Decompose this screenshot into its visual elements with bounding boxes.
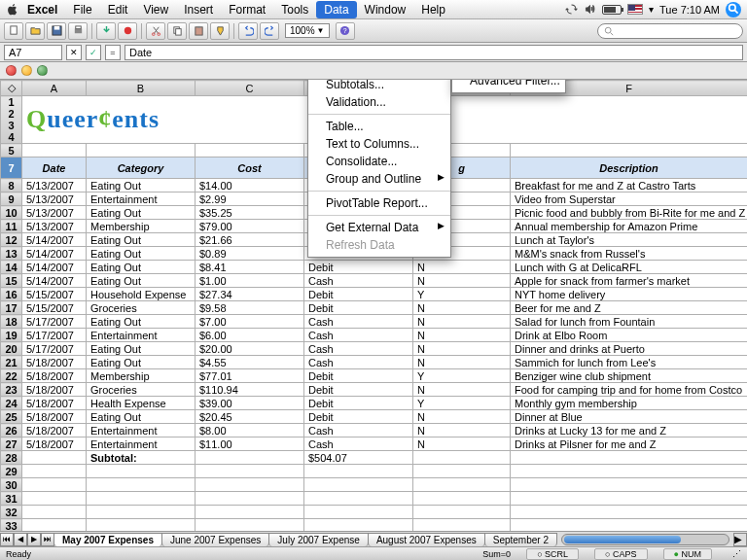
cell[interactable]: Drinks at Lucky 13 for me and Z [511,424,748,438]
cell[interactable]: Cash [304,342,413,356]
cell[interactable]: $8.00 [196,424,304,438]
menu-table[interactable]: Table... [308,118,450,135]
row-header[interactable]: 24 [1,397,22,410]
cell[interactable]: Apple for snack from farmer's market [511,274,748,288]
cell[interactable]: Food for camping trip and for home from … [511,383,748,397]
fx-button[interactable]: = [105,45,121,60]
row-header[interactable]: 28 [1,451,22,465]
menu-tools[interactable]: Tools [273,1,316,18]
export-button[interactable] [118,22,137,40]
cell[interactable]: Salad for lunch from Fountain [511,315,748,329]
cell[interactable]: N [413,342,511,356]
print-button[interactable] [68,22,88,40]
cell[interactable]: Annual membership for Amazon Prime [511,220,748,233]
row-header[interactable]: 16 [1,288,22,301]
spotlight-icon[interactable] [726,2,741,18]
menu-format[interactable]: Format [221,1,273,18]
cell[interactable]: $21.66 [196,233,304,247]
tab-nav-next[interactable]: ▶ [27,533,41,546]
row-header[interactable]: 33 [1,519,22,532]
cell[interactable]: N [413,301,511,315]
row-header[interactable]: 19 [1,329,22,342]
confirm-fx-button[interactable]: ✓ [86,45,101,60]
cell[interactable]: $8.41 [196,261,304,274]
cell[interactable]: $20.45 [196,410,304,424]
col-header-b[interactable]: B [87,81,196,96]
cell[interactable]: 5/18/2007 [22,438,87,451]
menu-group-outline[interactable]: Group and Outline [308,170,450,188]
formula-input[interactable]: Date [124,45,743,60]
cell[interactable]: N [413,356,511,369]
row-header[interactable]: 1234 [1,96,22,144]
header-description[interactable]: Description [511,158,748,179]
cell[interactable]: 5/13/2007 [22,179,87,192]
row-header[interactable]: 11 [1,220,22,233]
cell[interactable]: 5/18/2007 [22,369,87,383]
redo-button[interactable] [260,22,279,40]
cell[interactable]: 5/13/2007 [22,220,87,233]
cell[interactable]: 5/13/2007 [22,192,87,206]
cell[interactable]: 5/18/2007 [22,383,87,397]
format-painter-button[interactable] [210,22,230,40]
row-header[interactable]: 13 [1,247,22,261]
row-header[interactable]: 22 [1,369,22,383]
cell[interactable]: $0.89 [196,247,304,261]
cell[interactable]: N [413,424,511,438]
cell[interactable]: Debit [304,397,413,410]
cell[interactable]: Y [413,369,511,383]
open-button[interactable] [25,22,45,40]
tab-nav-last[interactable]: ⏭ [41,533,54,546]
menu-insert[interactable]: Insert [176,1,221,18]
cell-reference-box[interactable]: A7 [4,45,62,60]
cell[interactable]: $20.00 [196,342,304,356]
cell[interactable]: $39.00 [196,397,304,410]
clock[interactable]: Tue 7:10 AM [659,4,720,16]
subtotal-value[interactable]: $504.07 [304,451,413,465]
row-header[interactable]: 18 [1,315,22,329]
menu-validation[interactable]: Validation... [308,93,450,111]
cell[interactable]: Picnic food and bubbly from Bi-Rite for … [511,206,748,220]
cell[interactable]: Sammich for lunch from Lee's [511,356,748,369]
cell[interactable]: Membership [87,220,196,233]
copy-button[interactable] [167,22,187,40]
cut-button[interactable] [146,22,165,40]
sheet-tab[interactable]: September 2 [484,533,557,546]
menu-edit[interactable]: Edit [100,1,136,18]
cell[interactable]: Lunch with G at DelicaRFL [511,261,748,274]
cell[interactable]: Entertainment [87,424,196,438]
window-zoom-button[interactable] [37,65,48,76]
cell[interactable]: Debit [304,261,413,274]
cell[interactable]: $4.55 [196,356,304,369]
row-header[interactable]: 9 [1,192,22,206]
cell[interactable]: Eating Out [87,247,196,261]
row-header[interactable]: 23 [1,383,22,397]
cell[interactable]: 5/17/2007 [22,342,87,356]
cell[interactable]: Cash [304,274,413,288]
col-header-c[interactable]: C [196,81,304,96]
menu-data[interactable]: Data [316,1,356,18]
row-header[interactable]: 27 [1,438,22,451]
col-header-a[interactable]: A [22,81,87,96]
menu-pivot[interactable]: PivotTable Report... [308,194,450,212]
row-header[interactable]: 15 [1,274,22,288]
cell[interactable]: 5/18/2007 [22,397,87,410]
cell[interactable]: Dinner and drinks at Puerto [511,342,748,356]
header-date[interactable]: Date [22,158,87,179]
cell[interactable]: 5/18/2007 [22,356,87,369]
cell[interactable]: 5/17/2007 [22,315,87,329]
row-header[interactable]: 17 [1,301,22,315]
row-header[interactable]: 10 [1,206,22,220]
tab-nav-first[interactable]: ⏮ [0,533,14,546]
cell[interactable]: $6.00 [196,329,304,342]
row-header[interactable]: 30 [1,478,22,492]
spreadsheet[interactable]: ◇ A B C D E F 1234Queer¢ents57DateCatego… [0,80,747,531]
row-header[interactable]: 7 [1,158,22,179]
cell[interactable]: Cash [304,438,413,451]
row-header[interactable]: 20 [1,342,22,356]
cell[interactable]: Breakfast for me and Z at Castro Tarts [511,179,748,192]
cell[interactable]: Eating Out [87,342,196,356]
new-doc-button[interactable] [4,22,23,40]
subtotal-label[interactable]: Subtotal: [87,451,196,465]
menu-window[interactable]: Window [357,1,414,18]
cell[interactable]: N [413,438,511,451]
